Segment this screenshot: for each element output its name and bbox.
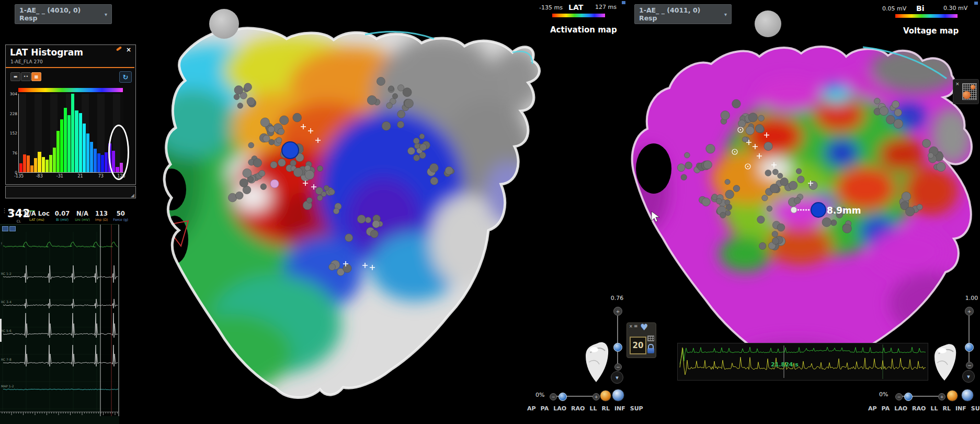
orientation-sup[interactable]: SUP <box>971 405 980 412</box>
view-options-button-right[interactable]: ▾ <box>962 370 975 383</box>
orientation-ap[interactable]: AP <box>527 405 536 412</box>
histogram-bar <box>38 152 41 173</box>
orientation-pa[interactable]: PA <box>882 405 890 412</box>
lat-colorbar[interactable] <box>552 14 605 17</box>
histogram-bar <box>53 148 56 172</box>
activation-map-3d[interactable] <box>119 16 544 424</box>
map-selector-right[interactable]: 1-AE_ _ (4011, 0) Resp ▾ <box>634 4 732 24</box>
review-ecg-traces: 21.824 s <box>678 343 928 380</box>
tag-palette-widget[interactable]: × <box>953 79 979 104</box>
orientation-sup[interactable]: SUP <box>630 405 643 412</box>
ecg-panel[interactable]: IRC 1-2RC 3-4RC 5-6RC 7-8MAP 1-2 <box>0 224 119 424</box>
fill-threshold-value-box[interactable]: 20 <box>630 337 646 354</box>
orientation-pa[interactable]: PA <box>541 405 549 412</box>
grid-view-icon: ▦ <box>35 74 39 79</box>
opacity-minus-button[interactable]: − <box>966 362 973 369</box>
close-icon[interactable]: × <box>955 81 960 86</box>
measurement-value: N/A <box>75 210 90 217</box>
histogram-bar <box>64 108 67 172</box>
voltage-map-3d[interactable]: 8.9mm <box>617 31 980 372</box>
opacity-slider-thumb-right[interactable] <box>965 343 974 352</box>
tag-dot-small[interactable] <box>971 85 975 90</box>
histogram-bar <box>79 113 82 173</box>
map-selector-right-label: 1-AE_ _ (4011, 0) Resp <box>639 6 720 22</box>
zoom-minus-button[interactable]: − <box>550 393 557 400</box>
x-tick: -31 <box>56 174 63 178</box>
opacity-slider-track-left[interactable] <box>617 316 618 364</box>
activation-map-caption: Activation map <box>550 25 617 35</box>
ecg-tool-icon[interactable] <box>2 226 8 231</box>
histogram-bar <box>19 163 22 172</box>
histogram-view-bars-button[interactable]: ▬ <box>10 72 20 81</box>
orientation-rao[interactable]: RAO <box>912 405 926 412</box>
y-tick: 76 <box>6 151 17 155</box>
histogram-bar <box>97 153 100 173</box>
orientation-lao[interactable]: LAO <box>553 405 566 412</box>
drag-handle-icon[interactable]: ⋮ <box>2 207 7 214</box>
histogram-bar <box>45 160 49 172</box>
ecg-lead-label: I <box>1 241 2 245</box>
map-selector-left[interactable]: 1-AE_ _ (4010, 0) Resp ▾ <box>15 4 112 24</box>
ecg-tool-icon[interactable] <box>9 226 16 231</box>
zoom-slider-thumb-right[interactable] <box>904 393 913 401</box>
zoom-minus-button[interactable]: − <box>895 393 903 400</box>
close-icon[interactable]: × <box>629 324 633 329</box>
orientation-rao[interactable]: RAO <box>571 405 585 412</box>
ecg-lead-label: RC 1-2 <box>1 272 12 275</box>
zoom-slider-thumb-left[interactable] <box>559 393 567 401</box>
plus-icon: + <box>967 309 972 314</box>
histogram-bar <box>42 157 45 172</box>
plus-icon: + <box>616 309 620 314</box>
mesh-icon[interactable] <box>647 336 654 341</box>
orientation-rl[interactable]: RL <box>942 405 950 412</box>
histogram-bar <box>101 155 104 172</box>
histogram-view-dots-button[interactable]: •• <box>21 72 31 81</box>
minus-icon: − <box>552 395 555 399</box>
measurement-value: 113 <box>95 210 108 217</box>
globe-orb-button[interactable] <box>961 389 974 401</box>
record-orb-button[interactable] <box>600 390 611 401</box>
x-tick: 21 <box>78 174 83 178</box>
orientation-ll[interactable]: LL <box>589 405 597 412</box>
annotation-strip: ◢ <box>5 186 136 198</box>
x-tick: 73 <box>98 174 104 178</box>
opacity-slider-track-right[interactable] <box>968 316 970 364</box>
orientation-inf[interactable]: INF <box>955 405 966 412</box>
heart-orientation-icon-right[interactable] <box>930 341 961 385</box>
opacity-minus-button[interactable]: − <box>614 363 622 371</box>
orientation-inf[interactable]: INF <box>614 405 625 412</box>
zoom-plus-button[interactable]: + <box>938 393 945 400</box>
orientation-ap[interactable]: AP <box>868 405 877 412</box>
orientation-ll[interactable]: LL <box>930 405 938 412</box>
orientation-lao[interactable]: LAO <box>894 405 907 412</box>
lat-scale-name: LAT <box>568 3 583 12</box>
orientation-rl[interactable]: RL <box>601 405 609 412</box>
measurement-value: 0.07 <box>55 210 70 217</box>
review-ecg-strip[interactable]: 21.824 s <box>677 343 928 381</box>
reference-sphere <box>755 10 781 37</box>
histogram-bar <box>67 115 71 173</box>
reference-sphere <box>209 9 239 39</box>
bars-view-icon: ▬ <box>14 74 18 79</box>
lock-icon[interactable] <box>647 348 654 353</box>
histogram-view-grid-button[interactable]: ▦ <box>31 72 41 81</box>
histogram-bar <box>90 142 93 172</box>
heart-orientation-icon-left[interactable] <box>582 339 613 387</box>
bi-colorbar[interactable] <box>895 14 958 18</box>
zoom-plus-button[interactable]: + <box>592 393 600 400</box>
opacity-plus-button[interactable]: + <box>965 307 974 316</box>
record-orb-button[interactable] <box>947 390 958 401</box>
opacity-slider-thumb-left[interactable] <box>613 343 622 352</box>
histogram-bar <box>94 149 97 172</box>
globe-orb-button[interactable] <box>612 389 624 401</box>
opacity-plus-button[interactable]: + <box>613 307 622 316</box>
measurement-label: LAT (ms) <box>24 218 50 222</box>
lat-histogram-panel: LAT Histogram 1-AE_FLA 270 × ▬ •• ▦ ↻ 30… <box>5 44 136 185</box>
chevron-down-icon: ▾ <box>967 373 970 380</box>
minus-icon: − <box>616 364 620 370</box>
orientation-buttons-right: APPALAORAOLLRLINFSUP <box>868 405 980 412</box>
histogram-bar <box>75 110 78 172</box>
minus-icon: − <box>897 395 901 399</box>
tag-dot-large[interactable] <box>963 91 971 99</box>
histogram-bar <box>86 133 89 172</box>
